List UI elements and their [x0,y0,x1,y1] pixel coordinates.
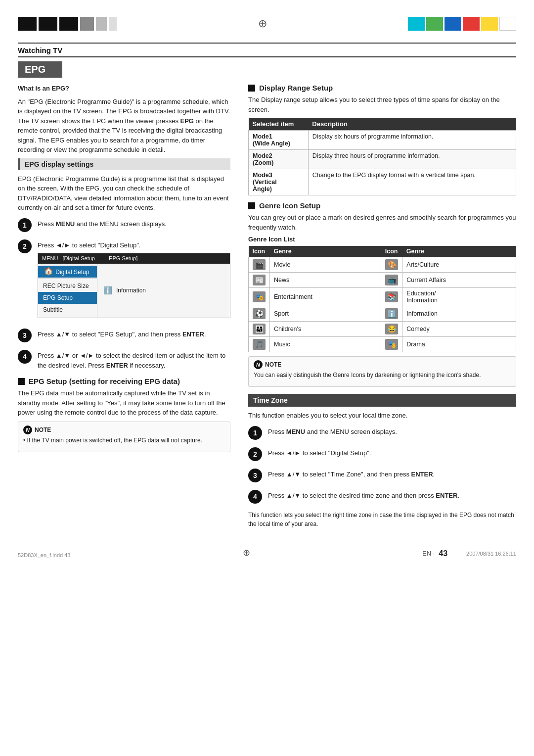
black-block-3 [59,17,78,31]
tz-step-4-text: Press ▲/▼ to select the desired time zon… [268,489,516,501]
tz-steps-list: 1 Press MENU and the MENU screen display… [248,425,516,504]
genre-row-2: 📰 News 📺 Current Affairs [249,273,516,288]
information-icon: ℹ️ [102,286,113,295]
lgray-block-1 [96,17,107,31]
top-decorative-bar: ⊕ [18,14,516,34]
epg-setup-section-title: EPG Setup (setting for receiving EPG dat… [18,377,230,385]
crosshair-center-top: ⊕ [253,14,272,34]
lgray-block-2 [109,17,117,31]
genre-music: Music [270,337,381,352]
tz-step-4: 4 Press ▲/▼ to select the desired time z… [248,489,516,504]
genre-th-icon1: Icon [249,246,270,257]
red-block [463,17,480,31]
time-zone-section: Time Zone This function enables you to s… [248,394,516,528]
black-square-icon-2 [248,85,255,92]
table-header-selected-item: Selected item [249,118,309,131]
genre-icon-table: Icon Genre Icon Genre 🎬 Movie 🎨 Arts/Cul… [248,246,516,352]
genre-icon-drama: 🎭 [381,337,402,352]
genre-icon-entertainment: 🎭 [249,288,270,306]
genre-movie: Movie [270,257,381,273]
tz-step-1-text: Press MENU and the MENU screen displays. [268,425,516,437]
display-range-section-title: Display Range Setup [248,84,516,92]
step-2-circle: 2 [18,239,32,253]
menu-item-digital-setup[interactable]: 🏠 Digital Setup [38,266,97,278]
genre-note-icon: N [254,360,263,369]
genre-entertainment: Entertainment [270,288,381,306]
display-range-table: Selected item Description Mode1(Wide Ang… [248,118,516,195]
page-number: 43 [439,549,447,558]
watching-tv-title: Watching TV [18,46,62,54]
top-bar-blocks-left [18,17,117,31]
footer-left: 52D83X_en_f.indd 43 [18,552,70,558]
genre-arts: Arts/Culture [402,257,516,273]
epg-setup-text: The EPG data must be automatically captu… [18,388,230,418]
genre-drama: Drama [402,337,516,352]
genre-news: News [270,273,381,288]
cyan-block [408,17,425,31]
genre-row-6: 🎵 Music 🎭 Drama [249,337,516,352]
genre-icon-children: 👨‍👩‍👧 [249,322,270,337]
genre-current-affairs: Current Affairs [402,273,516,288]
epg-note-box: N NOTE • If the TV main power is switche… [18,422,230,452]
step-1-text: Press MENU and the MENU screen displays. [38,218,230,229]
yellow-block [481,17,498,31]
information-label: Information [116,286,146,295]
genre-icon-movie: 🎬 [249,257,270,273]
menu-item-epg-setup[interactable]: EPG Setup [38,292,97,304]
menu-body: 🏠 Digital Setup REC Picture Size EPG Set… [38,264,230,318]
tz-step-1-circle: 1 [248,426,262,440]
green-block [426,17,443,31]
genre-icon-list-title: Genre Icon List [248,236,516,243]
epg-steps-list: 1 Press MENU and the MENU screen display… [18,218,230,371]
note-icon: N [23,425,32,434]
step-3: 3 Press ▲/▼ to select "EPG Setup", and t… [18,328,230,342]
genre-th-genre2: Genre [402,246,516,257]
genre-information: Information [402,306,516,322]
genre-th-genre1: Genre [270,246,381,257]
tz-step-2: 2 Press ◄/► to select "Digital Setup". [248,447,516,461]
table-header-description: Description [308,118,516,131]
genre-icon-arts: 🎨 [381,257,402,273]
digital-setup-icon: 🏠 [43,267,54,276]
mode1-label: Mode1(Wide Angle) [249,131,309,150]
step-2-text: Press ◄/► to select "Digital Setup". MEN… [38,239,230,322]
step-1: 1 Press MENU and the MENU screen display… [18,218,230,232]
menu-right-panel: ℹ️ Information [97,264,230,318]
step-4: 4 Press ▲/▼ or ◄/► to select the desired… [18,349,230,370]
mode2-desc: Display three hours of programme informa… [308,150,516,169]
page-number-label: EN · [422,550,435,557]
what-is-epg-text: An "EPG (Electronic Programme Guide)" is… [18,97,230,155]
tz-step-3-text: Press ▲/▼ to select "Time Zone", and the… [268,468,516,479]
menu-header-text: MENU [Digital Setup —— EPG Setup] [42,254,137,263]
menu-item-rec-picture[interactable]: REC Picture Size [38,280,97,292]
blue-block [445,17,461,31]
crosshair-bottom: ⊕ [243,547,250,558]
right-column: Display Range Setup The Display range se… [248,84,516,532]
genre-education: Education/Information [402,288,516,306]
left-column: What is an EPG? An "EPG (Electronic Prog… [18,84,230,532]
genre-icon-news: 📰 [249,273,270,288]
genre-icon-sport: ⚽ [249,306,270,322]
tz-step-2-text: Press ◄/► to select "Digital Setup". [268,447,516,458]
gray-block-1 [80,17,94,31]
black-square-icon [18,378,25,385]
tz-step-3: 3 Press ▲/▼ to select "Time Zone", and t… [248,468,516,482]
table-row: Mode3(VerticalAngle) Change to the EPG d… [249,169,516,195]
step-3-text: Press ▲/▼ to select "EPG Setup", and the… [38,328,230,339]
genre-icon-music: 🎵 [249,337,270,352]
genre-sport: Sport [270,306,381,322]
genre-icon-education: 📚 [381,288,402,306]
mode2-label: Mode2(Zoom) [249,150,309,169]
genre-row-1: 🎬 Movie 🎨 Arts/Culture [249,257,516,273]
genre-th-icon2: Icon [381,246,402,257]
footer-right-date: 2007/08/31 16:26:11 [466,551,516,557]
step-4-circle: 4 [18,350,32,364]
note-title: N NOTE [23,425,225,434]
bottom-bar: 52D83X_en_f.indd 43 ⊕ EN · 43 2007/08/31… [18,544,516,558]
black-block-1 [18,17,37,31]
genre-icon-section-title: Genre Icon Setup [248,201,516,210]
step-3-circle: 3 [18,329,32,342]
genre-row-5: 👨‍👩‍👧 Children's 😂 Comedy [249,322,516,337]
genre-note-text: You can easily distinguish the Genre Ico… [254,371,511,379]
menu-item-subtitle[interactable]: Subtitle [38,304,97,316]
